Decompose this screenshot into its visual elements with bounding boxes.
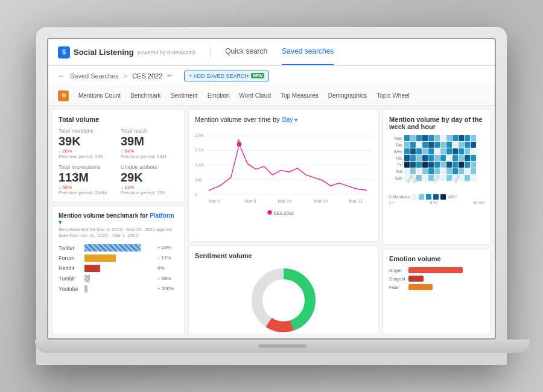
- heatmap-legend: 0 Mentions 465+: [389, 194, 484, 200]
- total-mentions-value: 39K: [59, 135, 116, 147]
- bench-pct-forum: ↓ 11%: [157, 255, 178, 261]
- unique-authors-metric: Unique authors 29K ↓ 13% Previous period…: [121, 164, 178, 195]
- emotion-row-disgust: Disgust: [389, 276, 484, 282]
- heatmap-legend-values: 1-7 8-88 89-464: [389, 201, 484, 204]
- header-brand: S Social Listening powered by Brandwatch: [58, 46, 195, 58]
- total-reach-label: Total reach: [121, 128, 178, 134]
- cell: [434, 135, 440, 141]
- chart-header: Mention volume over time by Day ▾: [195, 116, 372, 123]
- emotion-bars: Anger Disgust Fear: [389, 267, 484, 290]
- total-impressions-metric: Total impressions 113M ↓ 58% Previous pe…: [59, 164, 116, 195]
- emotion-label-fear: Fear: [389, 285, 406, 290]
- tab-topic-wheel[interactable]: Topic Wheel: [376, 90, 409, 101]
- breadcrumb-saved: Saved Searches: [70, 72, 119, 80]
- svg-text:Mar 2: Mar 2: [209, 198, 220, 204]
- total-mentions-label: Total mentions: [59, 128, 116, 134]
- bench-row-youtube: Youtube + 200%: [59, 285, 178, 292]
- bench-pct-twitter: + 28%: [157, 245, 178, 250]
- heatmap-label-thu: Thu: [389, 156, 402, 160]
- total-mentions-metric: Total mentions 39K ↓ 26% Previous period…: [59, 128, 116, 159]
- middle-column: Mention volume over time by Day ▾ 2.8K 2…: [188, 109, 379, 335]
- main-content: Total volume Total mentions 39K ↓ 26% Pr…: [48, 106, 495, 338]
- emotion-label-disgust: Disgust: [389, 276, 406, 282]
- bench-bar-wrap-tumblr: [84, 275, 154, 282]
- svg-text:Mar 24: Mar 24: [314, 198, 328, 204]
- cell: [428, 135, 434, 141]
- right-column: Mention volume by day of the week and ho…: [383, 109, 491, 335]
- heatmap-row-mon: Mon: [389, 135, 484, 141]
- svg-text:700: 700: [195, 177, 202, 183]
- bench-bar-twitter: [84, 244, 141, 251]
- total-reach-change: ↓ 54%: [121, 148, 178, 154]
- day-selector[interactable]: Day ▾: [282, 116, 298, 123]
- back-button[interactable]: ←: [58, 72, 65, 80]
- heatmap-row-fri: Fri: [389, 162, 484, 168]
- emotion-label-anger: Anger: [389, 268, 406, 273]
- brand-title: Social Listening: [74, 48, 134, 57]
- svg-text:CES 2022: CES 2022: [273, 210, 293, 216]
- edit-icon[interactable]: ✏: [167, 72, 172, 79]
- heatmap-row-thu: Thu: [389, 155, 484, 161]
- add-saved-search-button[interactable]: + ADD SAVED SEARCH NEW: [184, 71, 269, 81]
- heatmap-label-mon: Mon: [389, 136, 402, 141]
- header-nav: Quick search Saved searches: [225, 39, 334, 65]
- bench-row-twitter: Twitter + 28%: [59, 244, 178, 251]
- tab-word-cloud[interactable]: Word Cloud: [239, 90, 271, 101]
- bench-bar-wrap-twitter: [84, 244, 154, 251]
- nav-saved-searches[interactable]: Saved searches: [282, 39, 334, 65]
- unique-authors-value: 29K: [121, 171, 178, 183]
- total-impressions-change: ↓ 58%: [59, 185, 116, 190]
- cell: [440, 135, 446, 141]
- benchmark-subtitle: Benchmarked for Mar 2, 2022 - Mar 31, 20…: [59, 227, 178, 239]
- tab-sentiment[interactable]: Sentiment: [171, 90, 198, 101]
- tab-demographics[interactable]: Demographics: [328, 90, 367, 101]
- total-reach-prev: Previous period: 84M: [121, 154, 178, 159]
- unique-authors-label: Unique authors: [121, 164, 178, 170]
- sentiment-title: Sentiment volume: [195, 252, 372, 259]
- benchmark-bars: Twitter + 28% Forum: [59, 244, 178, 292]
- cell: [422, 135, 428, 141]
- total-impressions-prev: Previous period: 268M: [59, 190, 116, 195]
- heatmap-label-fri: Fri: [389, 163, 402, 167]
- heatmap-label-tue: Tue: [389, 143, 402, 147]
- breadcrumb-current: CES 2022: [132, 72, 162, 80]
- laptop-notch: [258, 344, 306, 348]
- bench-label-youtube: Youtube: [59, 286, 81, 292]
- mention-volume-chart-card: Mention volume over time by Day ▾ 2.8K 2…: [188, 109, 379, 242]
- chart-title: Mention volume over time by: [195, 116, 280, 123]
- heatmap-label-sun: Sun: [389, 176, 402, 180]
- unique-authors-change: ↓ 13%: [121, 185, 178, 190]
- bench-bar-wrap-forum: [84, 254, 154, 262]
- emotion-row-anger: Anger: [389, 267, 484, 273]
- tab-benchmark[interactable]: Benchmark: [130, 90, 161, 101]
- cell: [416, 135, 422, 141]
- chart-area: 2.8K 2.1K 1.4K 700 0: [195, 127, 372, 223]
- sentiment-volume-card: Sentiment volume: [188, 245, 379, 335]
- total-volume-card: Total volume Total mentions 39K ↓ 26% Pr…: [52, 109, 185, 202]
- svg-point-21: [263, 280, 304, 321]
- svg-text:2.1K: 2.1K: [195, 147, 204, 153]
- hour-labels: 00:00 06:00 12:00 18:00: [406, 182, 484, 186]
- tab-top-measures[interactable]: Top Measures: [281, 90, 319, 101]
- laptop-screen: S Social Listening powered by Brandwatch…: [47, 38, 496, 340]
- svg-text:Mar 16: Mar 16: [278, 198, 292, 204]
- platform-selector[interactable]: Platform ▾: [59, 212, 174, 226]
- svg-text:A: A: [237, 138, 241, 144]
- brand-icon: S: [58, 46, 70, 58]
- total-mentions-change: ↓ 26%: [59, 148, 116, 154]
- emotion-bar-anger: [408, 267, 463, 273]
- bench-bar-forum: [84, 254, 116, 262]
- svg-text:2.8K: 2.8K: [195, 133, 204, 138]
- cell: [465, 135, 470, 141]
- cell: [410, 135, 416, 141]
- add-search-label: + ADD SAVED SEARCH: [189, 73, 249, 79]
- emotion-title: Emotion volume: [389, 255, 484, 262]
- nav-quick-search[interactable]: Quick search: [225, 39, 267, 65]
- tab-emotion[interactable]: Emotion: [208, 90, 230, 101]
- heatmap-row-sat: Sat: [389, 168, 484, 174]
- total-reach-value: 39M: [121, 135, 178, 147]
- total-impressions-value: 113M: [59, 171, 116, 183]
- tab-mentions-count[interactable]: Mentions Count: [78, 90, 121, 101]
- left-column: Total volume Total mentions 39K ↓ 26% Pr…: [52, 109, 185, 335]
- heatmap-row-wed: Wed: [389, 148, 484, 154]
